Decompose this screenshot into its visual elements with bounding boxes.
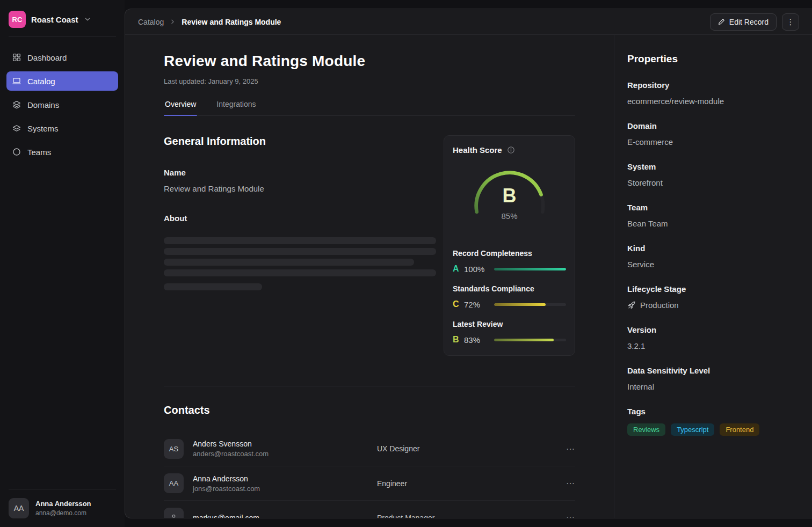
workspace-switcher[interactable]: RC Roast Coast (0, 0, 125, 36)
contact-list: AS Anders Svensson anders@roastcoast.com… (164, 431, 575, 518)
sidebar-footer: AA Anna Andersson anna@demo.com (0, 480, 125, 527)
properties-panel: Properties Repository ecommerce/review-m… (614, 35, 812, 518)
sidebar-item-dashboard[interactable]: Dashboard (6, 48, 118, 67)
about-skeleton (164, 237, 436, 290)
sidebar-item-domains[interactable]: Domains (6, 95, 118, 114)
sidebar-item-label: Teams (27, 148, 51, 157)
card-body: Review and Ratings Module Last updated: … (125, 35, 812, 518)
tag-badge[interactable]: Reviews (627, 423, 665, 436)
property-label: Domain (627, 121, 799, 130)
contact-role: UX Designer (377, 444, 560, 453)
contact-more-button[interactable]: ⋯ (560, 478, 575, 488)
contacts-heading: Contacts (164, 404, 575, 416)
general-information-section: General Information Name Review and Rati… (164, 135, 575, 356)
property-domain: Domain E-commerce (627, 121, 799, 147)
metric-bar (494, 268, 566, 270)
sidebar-item-label: Dashboard (27, 53, 67, 62)
avatar: AA (9, 498, 29, 518)
pencil-icon (718, 18, 725, 25)
edit-record-button[interactable]: Edit Record (710, 13, 777, 31)
property-value: Production (640, 301, 679, 310)
sidebar-item-systems[interactable]: Systems (6, 119, 118, 138)
metric-percent: 83% (464, 335, 490, 345)
metric-grade: C (453, 299, 461, 309)
property-data-sensitivity: Data Sensitivity Level Internal (627, 366, 799, 391)
breadcrumb-catalog[interactable]: Catalog (138, 18, 164, 26)
properties-heading: Properties (627, 53, 799, 65)
user-email: anna@demo.com (35, 509, 91, 517)
avatar: AS (164, 439, 184, 459)
health-gauge: B 85% (453, 158, 566, 238)
skeleton-bar (164, 259, 414, 266)
last-updated: Last updated: January 9, 2025 (164, 77, 575, 85)
contact-more-button[interactable]: ⋯ (560, 513, 575, 518)
info-icon[interactable] (507, 146, 515, 154)
sidebar-item-label: Systems (27, 124, 59, 133)
metric-label: Record Completeness (453, 249, 566, 258)
skeleton-bar (164, 269, 436, 276)
tags-row: Reviews Typescript Frontend (627, 423, 799, 436)
metric-bar (494, 339, 566, 341)
health-grade: B (453, 185, 566, 207)
current-user[interactable]: AA Anna Andersson anna@demo.com (9, 498, 116, 518)
sidebar-item-label: Catalog (27, 77, 55, 86)
health-score-title: Health Score (453, 145, 502, 155)
header-actions: Edit Record ⋮ (710, 13, 799, 31)
property-value: Internal (627, 382, 654, 391)
metric-bar (494, 303, 566, 306)
property-version: Version 3.2.1 (627, 325, 799, 350)
tags-label: Tags (627, 407, 799, 416)
tab-integrations[interactable]: Integrations (215, 100, 257, 115)
health-score-card: Health Score (444, 135, 575, 356)
stack-icon (12, 123, 21, 133)
metric-standards-compliance: Standards Compliance C 72% (453, 284, 566, 309)
metric-percent: 72% (464, 300, 490, 309)
section-heading: General Information (164, 135, 436, 148)
property-value: E-commerce (627, 137, 673, 147)
laptop-icon (12, 76, 21, 86)
workspace-name: Roast Coast (31, 15, 78, 24)
contact-name: markus@email.com (193, 514, 259, 518)
skeleton-bar (164, 283, 262, 290)
avatar: AA (164, 473, 184, 493)
sidebar-item-teams[interactable]: Teams (6, 142, 118, 162)
property-lifecycle-stage: Lifecycle Stage Production (627, 284, 799, 310)
grid-icon (12, 53, 21, 62)
property-value: Storefront (627, 178, 663, 187)
property-tags: Tags Reviews Typescript Frontend (627, 407, 799, 436)
property-label: Kind (627, 244, 799, 253)
contact-row: AA Anna Andersson jons@roastcoast.com En… (164, 466, 575, 500)
edit-record-label: Edit Record (729, 18, 769, 26)
sidebar-divider (9, 489, 116, 489)
sidebar-nav: Dashboard Catalog Domains Systems Teams (0, 37, 125, 172)
general-information-fields: General Information Name Review and Rati… (164, 135, 436, 290)
contact-name: Anders Svensson (193, 440, 269, 448)
metric-percent: 100% (464, 265, 490, 274)
tab-overview[interactable]: Overview (164, 100, 197, 115)
layers-icon (12, 100, 21, 109)
section-divider (164, 386, 575, 386)
tag-badge[interactable]: Frontend (720, 423, 759, 436)
contact-email: jons@roastcoast.com (193, 485, 260, 493)
about-label: About (164, 214, 436, 223)
property-system: System Storefront (627, 162, 799, 187)
sidebar-item-catalog[interactable]: Catalog (6, 71, 118, 91)
sidebar: RC Roast Coast Dashboard Catalog Domains (0, 0, 125, 527)
property-label: System (627, 162, 799, 171)
property-label: Version (627, 325, 799, 334)
property-value: ecommerce/review-module (627, 97, 724, 106)
health-percent: 85% (453, 211, 566, 221)
contact-row: markus@email.com Product Manager ⋯ (164, 500, 575, 518)
card-header: Catalog Review and Ratings Module Edit R… (125, 9, 812, 35)
property-kind: Kind Service (627, 244, 799, 269)
contact-email: anders@roastcoast.com (193, 450, 269, 458)
metric-grade: A (453, 264, 461, 274)
property-value: Service (627, 260, 654, 269)
tag-badge[interactable]: Typescript (671, 423, 714, 436)
property-team: Team Bean Team (627, 203, 799, 228)
main-column: Review and Ratings Module Last updated: … (125, 35, 614, 518)
content-card: Catalog Review and Ratings Module Edit R… (125, 9, 812, 518)
contact-more-button[interactable]: ⋯ (560, 444, 575, 454)
contact-name: Anna Andersson (193, 474, 260, 483)
more-options-button[interactable]: ⋮ (782, 13, 799, 31)
